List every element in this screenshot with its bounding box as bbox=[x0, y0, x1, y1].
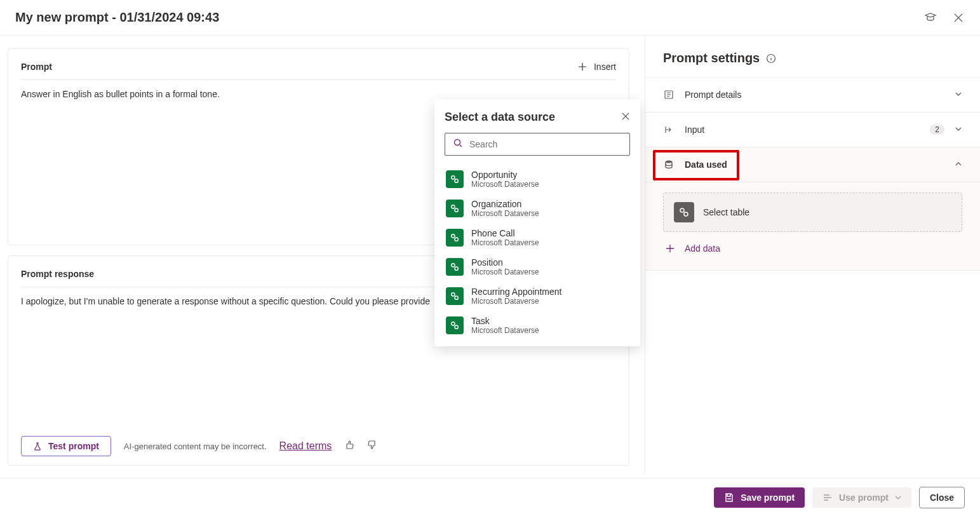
dataverse-icon bbox=[446, 229, 464, 247]
dataverse-icon bbox=[446, 170, 464, 188]
settings-panel: Prompt settings Prompt details Input bbox=[645, 36, 980, 473]
settings-accordion: Prompt details Input 2 bbox=[645, 77, 980, 271]
data-source-item[interactable]: PositionMicrosoft Dataverse bbox=[445, 252, 630, 282]
header: My new prompt - 01/31/2024 09:43 bbox=[0, 0, 980, 36]
learn-icon[interactable] bbox=[924, 11, 937, 24]
dataverse-icon bbox=[674, 202, 694, 222]
close-icon[interactable] bbox=[621, 112, 630, 123]
popup-title: Select a data source bbox=[445, 111, 555, 124]
ds-sub: Microsoft Dataverse bbox=[471, 297, 561, 306]
header-actions bbox=[924, 11, 965, 24]
response-footer: Test prompt AI-generated content may be … bbox=[21, 430, 616, 456]
ds-name: Task bbox=[471, 316, 539, 326]
search-box[interactable] bbox=[445, 133, 630, 156]
chevron-up-icon bbox=[955, 159, 962, 170]
thumbs-up-icon[interactable] bbox=[344, 440, 354, 452]
ds-name: Organization bbox=[471, 199, 539, 209]
close-icon[interactable] bbox=[952, 11, 965, 24]
ds-sub: Microsoft Dataverse bbox=[471, 238, 539, 247]
close-label: Close bbox=[930, 492, 954, 503]
ds-name: Recurring Appointment bbox=[471, 287, 561, 297]
use-label: Use prompt bbox=[839, 492, 889, 503]
search-input[interactable] bbox=[469, 139, 622, 149]
chevron-down-icon bbox=[955, 124, 962, 135]
input-count-badge: 2 bbox=[930, 125, 944, 135]
ds-sub: Microsoft Dataverse bbox=[471, 180, 539, 189]
save-label: Save prompt bbox=[741, 492, 795, 503]
data-source-item[interactable]: OrganizationMicrosoft Dataverse bbox=[445, 194, 630, 223]
prompt-text[interactable]: Answer in English as bullet points in a … bbox=[21, 89, 616, 99]
thumbs-down-icon[interactable] bbox=[367, 440, 377, 452]
input-icon bbox=[663, 125, 675, 135]
test-prompt-label: Test prompt bbox=[48, 441, 99, 451]
flask-icon bbox=[33, 442, 42, 451]
close-button[interactable]: Close bbox=[919, 487, 965, 508]
info-icon[interactable] bbox=[766, 53, 776, 64]
data-source-item[interactable]: Recurring AppointmentMicrosoft Dataverse bbox=[445, 282, 630, 311]
svg-point-2 bbox=[666, 161, 672, 163]
chevron-down-icon bbox=[955, 89, 962, 100]
details-icon bbox=[663, 90, 675, 100]
add-data-button[interactable]: Add data bbox=[663, 232, 962, 255]
accordion-prompt-details[interactable]: Prompt details bbox=[645, 78, 980, 112]
ds-sub: Microsoft Dataverse bbox=[471, 209, 539, 218]
database-icon bbox=[663, 160, 675, 170]
accordion-label: Input bbox=[685, 125, 920, 135]
use-icon bbox=[822, 492, 833, 503]
data-used-body: Select table Add data bbox=[645, 182, 980, 271]
insert-label: Insert bbox=[594, 62, 616, 72]
accordion-label: Prompt details bbox=[685, 90, 944, 100]
data-source-list: OpportunityMicrosoft Dataverse Organizat… bbox=[445, 165, 630, 340]
test-prompt-button[interactable]: Test prompt bbox=[21, 436, 111, 456]
use-prompt-button: Use prompt bbox=[812, 487, 911, 508]
disclaimer-text: AI-generated content may be incorrect. bbox=[124, 442, 267, 451]
ds-name: Opportunity bbox=[471, 170, 539, 180]
plus-icon bbox=[666, 244, 675, 253]
dataverse-icon bbox=[446, 316, 464, 334]
ds-name: Position bbox=[471, 257, 539, 268]
footer: Save prompt Use prompt Close bbox=[0, 478, 980, 516]
popup-header: Select a data source bbox=[445, 111, 630, 124]
data-source-item[interactable]: OpportunityMicrosoft Dataverse bbox=[445, 165, 630, 194]
prompt-card-header: Prompt Insert bbox=[21, 62, 616, 80]
settings-header: Prompt settings bbox=[645, 36, 980, 77]
chevron-down-icon bbox=[895, 494, 901, 501]
svg-point-3 bbox=[455, 140, 460, 146]
data-source-item[interactable]: Phone CallMicrosoft Dataverse bbox=[445, 223, 630, 252]
save-prompt-button[interactable]: Save prompt bbox=[714, 487, 805, 508]
dataverse-icon bbox=[446, 200, 464, 217]
accordion-label: Data used bbox=[685, 160, 944, 170]
settings-title: Prompt settings bbox=[663, 51, 760, 65]
accordion-data-used[interactable]: Data used bbox=[645, 147, 980, 182]
accordion-input[interactable]: Input 2 bbox=[645, 112, 980, 147]
plus-icon bbox=[577, 62, 587, 72]
select-table-label: Select table bbox=[703, 207, 749, 217]
data-source-popup: Select a data source OpportunityMicrosof… bbox=[434, 99, 640, 346]
ds-sub: Microsoft Dataverse bbox=[471, 268, 539, 276]
save-icon bbox=[724, 492, 734, 503]
insert-button[interactable]: Insert bbox=[577, 62, 616, 72]
add-data-label: Add data bbox=[685, 243, 720, 254]
select-table-button[interactable]: Select table bbox=[663, 193, 962, 232]
read-terms-link[interactable]: Read terms bbox=[279, 440, 332, 452]
prompt-card-title: Prompt bbox=[21, 62, 52, 72]
search-icon bbox=[453, 138, 463, 151]
data-source-item[interactable]: TaskMicrosoft Dataverse bbox=[445, 311, 630, 340]
dataverse-icon bbox=[446, 287, 464, 305]
response-card-title: Prompt response bbox=[21, 269, 94, 279]
ds-sub: Microsoft Dataverse bbox=[471, 326, 539, 335]
page-title: My new prompt - 01/31/2024 09:43 bbox=[15, 10, 219, 25]
ds-name: Phone Call bbox=[471, 228, 539, 238]
dataverse-icon bbox=[446, 258, 464, 276]
